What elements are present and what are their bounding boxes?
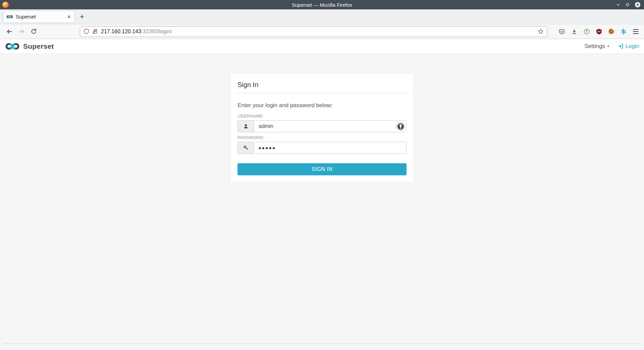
forward-arrow-icon (18, 28, 25, 35)
browser-toolbar: 217.160.120.143:32393/login/ uO (0, 24, 644, 39)
settings-label: Settings (584, 43, 605, 50)
caret-down-icon: ▾ (607, 44, 609, 48)
superset-favicon-icon (6, 15, 13, 19)
back-button[interactable] (4, 26, 15, 37)
menu-hamburger-icon[interactable] (633, 29, 639, 34)
key-icon (243, 145, 249, 150)
pocket-icon[interactable] (559, 29, 565, 35)
signin-panel: Sign In Enter your login and password be… (230, 73, 414, 182)
insecure-lock-icon[interactable] (92, 29, 98, 34)
superset-brand[interactable]: Superset (5, 42, 54, 51)
password-input[interactable] (254, 142, 407, 154)
browser-tab-superset[interactable]: Superset × (3, 11, 74, 23)
panel-title: Sign In (236, 79, 408, 93)
downloads-icon[interactable] (571, 29, 577, 35)
login-link[interactable]: Login (618, 43, 639, 50)
window-titlebar: Superset — Mozilla Firefox (0, 0, 644, 9)
ublock-origin-icon[interactable]: uO (596, 29, 602, 35)
window-title: Superset — Mozilla Firefox (0, 2, 644, 8)
navbar-right: Settings ▾ Login (584, 43, 639, 50)
username-label: USERNAME: (237, 114, 407, 119)
reload-button[interactable] (28, 26, 39, 37)
password-addon (237, 142, 254, 154)
signin-instruction: Enter your login and password below: (237, 102, 407, 109)
url-bar[interactable]: 217.160.120.143:32393/login/ (80, 26, 547, 37)
diamond-icon (625, 2, 630, 7)
back-arrow-icon (6, 28, 13, 35)
user-icon (243, 124, 249, 129)
screen: Superset — Mozilla Firefox Superset × + (0, 0, 644, 350)
password-label: PASSWORD: (237, 135, 407, 140)
password-group (237, 142, 407, 154)
username-addon (237, 120, 254, 132)
reload-icon (31, 28, 37, 35)
username-input[interactable] (254, 120, 407, 132)
sign-in-button[interactable]: SIGN IN (237, 163, 407, 175)
bookmark-star-icon[interactable] (538, 29, 544, 35)
new-tab-button[interactable]: + (80, 13, 84, 20)
brand-name: Superset (23, 42, 54, 50)
sign-in-icon (618, 43, 624, 49)
url-text[interactable]: 217.160.120.143:32393/login/ (101, 29, 535, 35)
svg-text:uO: uO (597, 30, 601, 33)
close-button[interactable] (635, 2, 641, 8)
close-icon (635, 2, 641, 8)
window-controls (616, 2, 644, 8)
login-label: Login (625, 43, 639, 50)
superset-navbar: Superset Settings ▾ Login (0, 39, 644, 54)
asterisk-extension-icon[interactable] (621, 29, 627, 35)
tracking-protection-shield-icon[interactable] (84, 29, 89, 34)
username-group (237, 120, 407, 132)
tab-bar: Superset × + (0, 9, 644, 24)
page-content: Sign In Enter your login and password be… (0, 54, 644, 350)
url-host: 217.160.120.143 (101, 29, 141, 34)
toolbar-extensions: uO (559, 29, 639, 35)
settings-menu[interactable]: Settings ▾ (584, 43, 609, 50)
extension-green-privacy-icon[interactable] (584, 29, 590, 35)
cookie-extension-icon[interactable] (608, 29, 614, 34)
superset-logo-icon (5, 42, 20, 51)
url-path: :32393/login/ (141, 29, 172, 34)
footer-divider (3, 343, 641, 344)
maximize-button[interactable] (625, 2, 630, 7)
close-tab-icon[interactable]: × (66, 14, 71, 20)
password-manager-icon[interactable] (396, 122, 405, 131)
minimize-button[interactable] (616, 2, 621, 7)
chevron-down-icon (616, 2, 621, 7)
tab-title: Superset (16, 14, 64, 19)
forward-button[interactable] (16, 26, 27, 37)
